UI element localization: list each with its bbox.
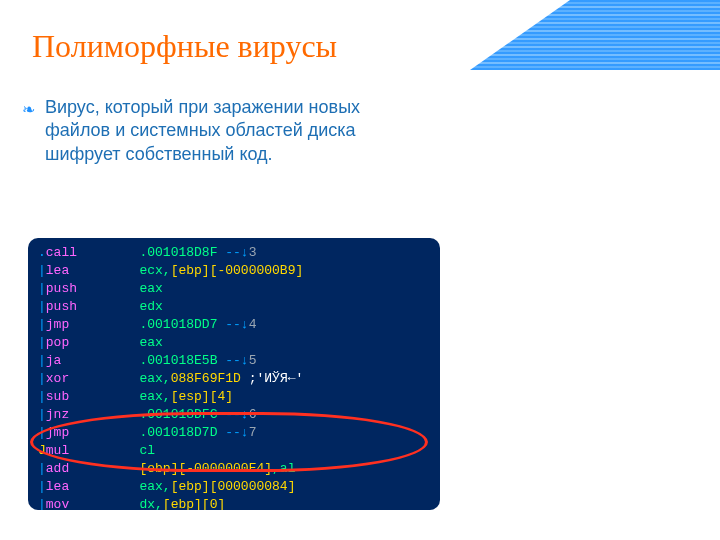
asm-line: |jmp .001018DD7 --↓4	[38, 316, 430, 334]
flourish-icon: ❧	[22, 100, 35, 119]
asm-line: .call .001018D8F --↓3	[38, 244, 430, 262]
bullet-item: ❧ Вирус, который при заражении новых фай…	[22, 96, 422, 166]
disassembly-panel: .call .001018D8F --↓3|lea ecx,[ebp][-000…	[28, 238, 440, 510]
asm-line: Jmul cl	[38, 442, 430, 460]
asm-line: |pop eax	[38, 334, 430, 352]
asm-line: |add [ebp][-0000000E4],al	[38, 460, 430, 478]
asm-line: |push eax	[38, 280, 430, 298]
asm-line: |lea eax,[ebp][000000084]	[38, 478, 430, 496]
asm-line: |sub eax,[esp][4]	[38, 388, 430, 406]
asm-line: |push edx	[38, 298, 430, 316]
asm-line: |mov dx,[ebp][0]	[38, 496, 430, 510]
asm-line: |jmp .001018D7D --↓7	[38, 424, 430, 442]
asm-line: |xor eax,088F69F1D ;'ИЎЯ←'	[38, 370, 430, 388]
decorative-stripes	[470, 0, 720, 70]
bullet-text: Вирус, который при заражении новых файло…	[45, 96, 422, 166]
asm-line: |lea ecx,[ebp][-0000000B9]	[38, 262, 430, 280]
page-title: Полиморфные вирусы	[32, 28, 337, 65]
asm-line: |jnz .001018DFC --↓6	[38, 406, 430, 424]
asm-line: |ja .001018E5B --↓5	[38, 352, 430, 370]
